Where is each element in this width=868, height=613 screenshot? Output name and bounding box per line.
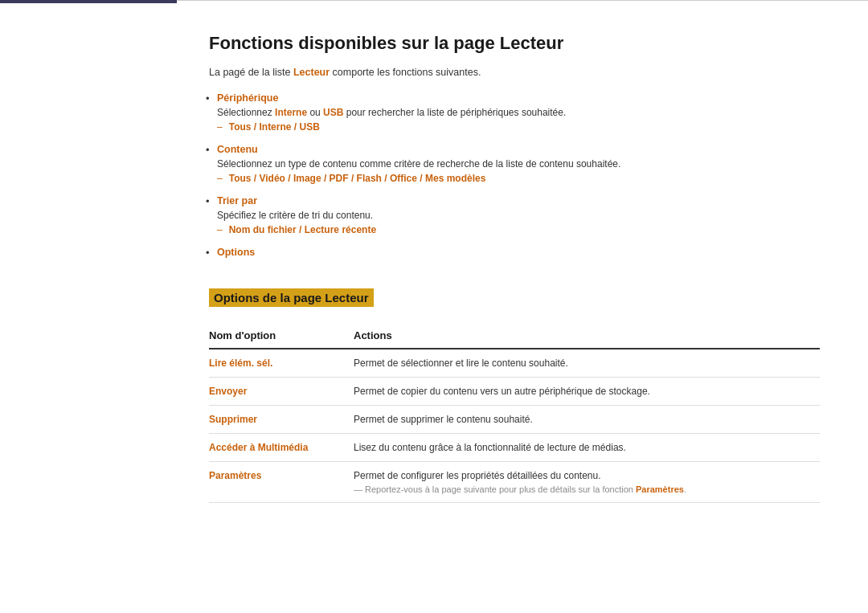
table-row-envoyer: Envoyer Permet de copier du contenu vers…: [209, 378, 820, 406]
usb-label: USB: [323, 107, 343, 118]
table-header-row: Nom d'option Actions: [209, 323, 820, 349]
trier-par-values: Nom du fichier / Lecture récente: [229, 224, 376, 235]
action-envoyer: Permet de copier du contenu vers un autr…: [354, 378, 820, 406]
list-item-trier-par: Trier par Spécifiez le critère de tri du…: [217, 195, 820, 235]
dash-icon-3: –: [217, 224, 223, 235]
intro-text-start: La pagé de la liste: [209, 67, 293, 78]
options-table: Nom d'option Actions Lire élém. sél. Per…: [209, 323, 820, 503]
intro-lecteur-highlight: Lecteur: [293, 67, 330, 78]
table-row-lire: Lire élém. sél. Permet de sélectionner e…: [209, 349, 820, 378]
parametres-note-bold: Paramètres: [636, 484, 684, 494]
list-item-contenu: Contenu Sélectionnez un type de contenu …: [217, 144, 820, 184]
features-list: Périphérique Sélectionnez Interne ou USB…: [217, 92, 820, 258]
dash-icon: –: [217, 121, 223, 133]
peripherique-values: Tous / Interne / USB: [229, 121, 320, 133]
option-parametres: Paramètres: [209, 462, 354, 503]
col-header-option: Nom d'option: [209, 323, 354, 349]
page-container: Fonctions disponibles sur la page Lecteu…: [0, 0, 868, 613]
contenu-values: Tous / Vidéo / Image / PDF / Flash / Off…: [229, 173, 486, 184]
dash-icon-2: –: [217, 173, 223, 184]
interne-label: Interne: [275, 107, 307, 118]
intro-text: La pagé de la liste Lecteur comporte les…: [209, 67, 820, 78]
contenu-title: Contenu: [217, 144, 820, 155]
options-title: Options: [217, 247, 820, 258]
action-supprimer: Permet de supprimer le contenu souhaité.: [354, 406, 820, 434]
table-row-supprimer: Supprimer Permet de supprimer le contenu…: [209, 406, 820, 434]
option-multimedia: Accéder à Multimédia: [209, 434, 354, 462]
action-lire: Permet de sélectionner et lire le conten…: [354, 349, 820, 378]
table-row-parametres: Paramètres Permet de configurer les prop…: [209, 462, 820, 503]
peripherique-sub: – Tous / Interne / USB: [217, 121, 820, 133]
parametres-note: ― Reportez-vous à la page suivante pour …: [354, 484, 810, 494]
contenu-sub: – Tous / Vidéo / Image / PDF / Flash / O…: [217, 173, 820, 184]
list-item-peripherique: Périphérique Sélectionnez Interne ou USB…: [217, 92, 820, 133]
table-row-multimedia: Accéder à Multimédia Lisez du contenu gr…: [209, 434, 820, 462]
option-lire: Lire élém. sél.: [209, 349, 354, 378]
peripherique-desc: Sélectionnez Interne ou USB pour recherc…: [217, 107, 820, 118]
main-content: Fonctions disponibles sur la page Lecteu…: [177, 0, 868, 613]
action-multimedia: Lisez du contenu grâce à la fonctionnali…: [354, 434, 820, 462]
contenu-desc: Sélectionnez un type de contenu comme cr…: [217, 158, 820, 170]
intro-text-end: comporte les fonctions suivantes.: [330, 67, 481, 78]
trier-par-desc: Spécifiez le critère de tri du contenu.: [217, 210, 820, 221]
trier-par-title: Trier par: [217, 195, 820, 206]
col-header-action: Actions: [354, 323, 820, 349]
left-sidebar: [0, 0, 177, 613]
peripherique-title: Périphérique: [217, 92, 820, 104]
trier-par-sub: – Nom du fichier / Lecture récente: [217, 224, 820, 235]
list-item-options: Options: [217, 247, 820, 258]
options-section-heading: Options de la page Lecteur: [209, 288, 374, 307]
page-title: Fonctions disponibles sur la page Lecteu…: [209, 33, 820, 54]
option-envoyer: Envoyer: [209, 378, 354, 406]
action-parametres: Permet de configurer les propriétés déta…: [354, 462, 820, 503]
option-supprimer: Supprimer: [209, 406, 354, 434]
